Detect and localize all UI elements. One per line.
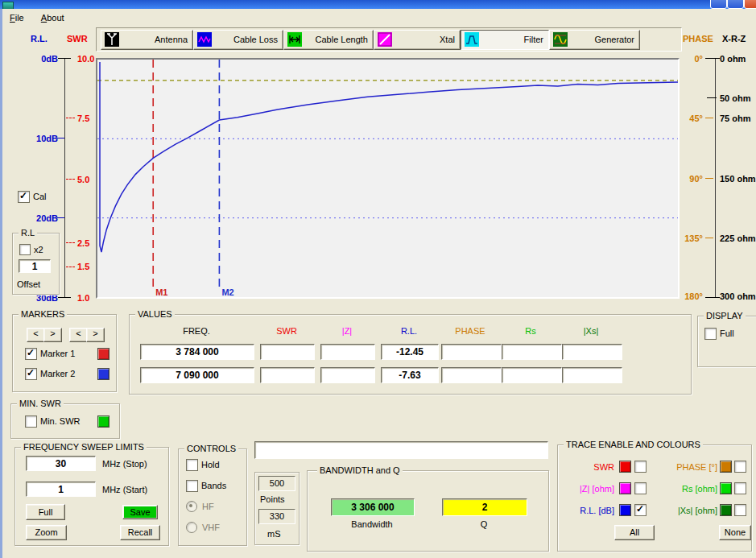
- all-traces-button[interactable]: All: [614, 525, 655, 540]
- swr-trace-swatch[interactable]: [619, 461, 631, 473]
- min-swr-group: MIN. SWR Min. SWR: [10, 403, 120, 439]
- min-swr-checkbox[interactable]: [25, 415, 37, 428]
- marker1-rl-value: -12.45: [381, 344, 439, 360]
- sweep-limits-group: FREQUENCY SWEEP LIMITS MHz (Stop) MHz (S…: [14, 447, 169, 546]
- swr-tick-label: 10.0: [77, 54, 94, 64]
- full-span-button[interactable]: Full: [26, 504, 65, 520]
- points-value[interactable]: 500: [258, 476, 295, 491]
- rl-trace-label: R.L. [dB]: [564, 506, 614, 515]
- trace-line: [100, 62, 678, 252]
- left-axis-bottom-tick: [58, 297, 71, 298]
- toolbar-button-antenna[interactable]: Antenna: [101, 30, 193, 50]
- ohm-tick-label: 150 ohm: [720, 174, 756, 184]
- markers-group-title: MARKERS: [19, 309, 67, 319]
- x2-checkbox[interactable]: [19, 244, 31, 255]
- db-tick-label: 0dB: [24, 54, 58, 64]
- phase-trace-label: PHASE [°]: [659, 462, 717, 472]
- xtal-icon: [378, 32, 392, 47]
- marker2-color-swatch[interactable]: [97, 368, 109, 380]
- marker2-swr-value: [260, 367, 315, 383]
- marker1-color-swatch[interactable]: [97, 348, 109, 360]
- bandwidth-q-group-title: BANDWIDTH and Q: [317, 465, 403, 475]
- z-trace-swatch[interactable]: [619, 482, 631, 494]
- plot-area[interactable]: M1M2: [96, 58, 680, 299]
- toolbar-button-xtal[interactable]: Xtal: [374, 30, 461, 50]
- title-bar[interactable]: [0, 0, 756, 9]
- swr-tick-label: 1.5: [77, 262, 89, 271]
- close-button[interactable]: [744, 0, 756, 9]
- ms-label: mS: [267, 529, 281, 539]
- x2-label: x2: [34, 245, 43, 254]
- display-full-checkbox[interactable]: [704, 328, 717, 340]
- ohm-tick-label: 0 ohm: [720, 54, 746, 64]
- message-bar[interactable]: [254, 441, 548, 459]
- min-swr-label: Min. SWR: [40, 416, 81, 426]
- marker2-next-button[interactable]: >: [86, 328, 105, 342]
- swr-tick-label: 2.5: [77, 238, 89, 248]
- toolbar-button-cable-length[interactable]: Cable Length: [283, 30, 374, 50]
- marker1-checkbox[interactable]: [25, 348, 37, 360]
- save-button[interactable]: Save: [122, 505, 158, 519]
- ms-value[interactable]: 330: [258, 509, 295, 524]
- marker2-checkbox[interactable]: [25, 368, 37, 380]
- values-group-title: VALUES: [135, 309, 175, 319]
- marker1-prev-button[interactable]: <: [27, 328, 45, 342]
- toolbar-button-label: Generator: [594, 35, 634, 44]
- menu-about[interactable]: About: [34, 9, 72, 26]
- maximize-button[interactable]: [727, 0, 744, 9]
- phase-trace-swatch[interactable]: [720, 461, 732, 473]
- hf-label: HF: [202, 502, 214, 511]
- xrz-axis-header: X-R-Z: [722, 34, 746, 43]
- phase-tick-label: 90°: [676, 174, 703, 184]
- toolbar-button-cable-loss[interactable]: Cable Loss: [193, 30, 283, 50]
- toolbar-button-filter[interactable]: Filter: [461, 30, 549, 50]
- hold-checkbox[interactable]: [186, 459, 198, 471]
- app-window: File About R.L. SWR 0dB 10dB 20dB 30dB 1…: [0, 0, 756, 558]
- bands-checkbox[interactable]: [186, 480, 198, 492]
- trace-enable-group: TRACE ENABLE AND COLOURS SWR PHASE [°] |…: [557, 444, 752, 552]
- start-frequency-input[interactable]: [26, 482, 96, 497]
- marker2-label: Marker 2: [40, 369, 75, 378]
- cal-checkbox[interactable]: [18, 191, 30, 203]
- marker2-freq-value[interactable]: 7 090 000: [140, 367, 254, 383]
- hf-radio[interactable]: [186, 501, 197, 512]
- rl-offset-group-title: R.L: [19, 228, 37, 238]
- db-tick-label: 20dB: [24, 213, 58, 223]
- rl-trace-checkbox[interactable]: [634, 504, 647, 516]
- filter-icon: [465, 32, 479, 47]
- phase-trace-checkbox[interactable]: [734, 461, 746, 473]
- rs-trace-swatch[interactable]: [720, 482, 732, 494]
- rs-trace-checkbox[interactable]: [734, 482, 746, 494]
- marker1-rs-value: [502, 344, 562, 360]
- minimize-button[interactable]: [710, 0, 727, 9]
- z-trace-checkbox[interactable]: [634, 482, 647, 494]
- markers-group: MARKERS < > < > Marker 1 Marker 2: [12, 314, 117, 392]
- swr-tick: [66, 179, 75, 180]
- toolbar-button-generator[interactable]: Generator: [549, 30, 640, 50]
- recall-button[interactable]: Recall: [120, 525, 160, 540]
- zoom-button[interactable]: Zoom: [26, 525, 67, 540]
- stop-frequency-input[interactable]: [26, 456, 96, 471]
- no-traces-button[interactable]: None: [719, 525, 751, 540]
- swr-column-header: SWR: [261, 326, 312, 336]
- rl-offset-input[interactable]: [19, 259, 51, 273]
- min-swr-color-swatch[interactable]: [97, 415, 109, 428]
- window-border-left: [0, 9, 2, 558]
- toolbar-button-label: Cable Length: [316, 35, 368, 44]
- xs-trace-swatch[interactable]: [720, 504, 732, 516]
- marker1-phase-value: [441, 344, 502, 360]
- xs-trace-checkbox[interactable]: [734, 504, 746, 516]
- generator-icon: [553, 32, 568, 47]
- menu-file[interactable]: File: [2, 9, 31, 26]
- points-label: Points: [260, 494, 285, 504]
- marker2-prev-button[interactable]: <: [69, 328, 88, 342]
- marker1-freq-value[interactable]: 3 784 000: [140, 344, 254, 360]
- ohm-tick-label: 225 ohm: [720, 234, 756, 243]
- vhf-radio[interactable]: [186, 522, 197, 533]
- phase-tick: [705, 118, 713, 118]
- marker1-next-button[interactable]: >: [43, 328, 62, 342]
- left-axis-top-tick: [58, 58, 71, 59]
- swr-axis-header: SWR: [67, 34, 88, 43]
- swr-trace-checkbox[interactable]: [634, 461, 647, 473]
- rl-trace-swatch[interactable]: [619, 504, 631, 516]
